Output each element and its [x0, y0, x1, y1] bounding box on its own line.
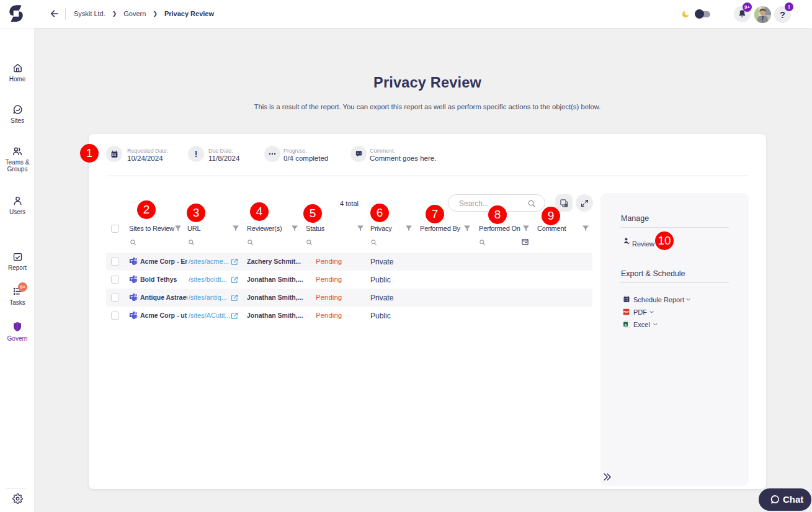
svg-text:PDF: PDF — [623, 310, 629, 313]
svg-text:x: x — [625, 323, 627, 326]
